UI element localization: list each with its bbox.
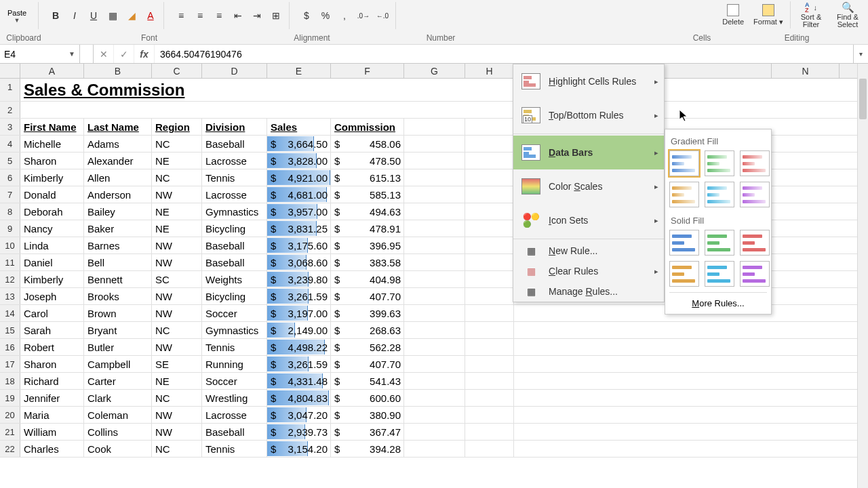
cell-sales[interactable]: $3,197.00 [267,305,331,321]
databar-solid-lightblue[interactable] [705,261,734,287]
cell-division[interactable]: Tennis [202,169,267,186]
databar-gradient-red[interactable] [740,150,770,176]
cell-commission[interactable]: $494.63 [331,203,404,220]
align-right-icon[interactable]: ≡ [212,8,226,23]
cell-first-name[interactable]: Deborah [20,203,84,220]
vertical-scrollbar[interactable] [857,64,868,488]
cell-first-name[interactable]: Daniel [20,254,84,270]
menu-data-bars[interactable]: Data Bars ▸ [513,136,664,169]
databar-gradient-green[interactable] [705,150,734,176]
cell-region[interactable]: SE [152,356,202,372]
align-left-icon[interactable]: ≡ [174,8,189,23]
cell-division[interactable]: Tennis [202,339,267,355]
sort-filter-button[interactable]: A Z ↓ Sort & Filter [795,0,827,30]
cell-division[interactable]: Weights [202,271,267,287]
cell-division[interactable]: Gymnastics [202,203,267,220]
cell-sales[interactable]: $3,957.00 [267,203,331,220]
cell-commission[interactable]: $404.98 [331,271,404,287]
cell-first-name[interactable]: Richard [20,373,84,389]
cell-region[interactable]: NW [152,339,202,355]
cell-region[interactable]: NC [152,441,202,457]
cell-division[interactable]: Baseball [202,237,267,253]
menu-manage-rules[interactable]: ▦ Manage Rules... [513,281,664,302]
merge-icon[interactable]: ⊞ [269,8,283,23]
currency-icon[interactable]: $ [299,8,314,23]
cell-division[interactable]: Bicycling [202,288,267,304]
underline-icon[interactable]: U [86,8,101,23]
col-header[interactable]: N [772,64,840,78]
cell-last-name[interactable]: Clark [84,390,152,406]
cell-region[interactable]: SC [152,271,202,287]
cell-first-name[interactable]: Kimberly [20,271,84,287]
decimal-increase-icon[interactable]: .0→ [356,8,371,23]
databar-gradient-purple[interactable] [740,182,770,207]
menu-icon-sets[interactable]: 🔴🟡🟢 Icon Sets ▸ [513,203,664,237]
format-button[interactable]: Format ▾ [751,3,786,28]
cell-first-name[interactable]: Sarah [20,322,84,338]
delete-button[interactable]: Delete [719,3,747,27]
cell-sales[interactable]: $3,068.60 [267,254,331,270]
col-header[interactable]: F [331,64,404,78]
row-header[interactable]: 7 [0,186,20,203]
cell-region[interactable]: NW [152,237,202,253]
cell-first-name[interactable]: Jennifer [20,390,84,406]
cell-commission[interactable]: $478.50 [331,152,404,169]
cell-last-name[interactable]: Bailey [84,203,152,220]
indent-increase-icon[interactable]: ⇥ [250,8,264,23]
cell-last-name[interactable]: Bennett [84,271,152,287]
cell-commission[interactable]: $396.95 [331,237,404,253]
border-icon[interactable]: ▦ [105,8,120,23]
cell-division[interactable]: Running [202,356,267,372]
databar-solid-red[interactable] [740,230,770,256]
row-header[interactable]: 20 [0,407,20,423]
cell-sales[interactable]: $4,498.22 [267,339,331,355]
cell-commission[interactable]: $541.43 [331,373,404,389]
cell-sales[interactable]: $4,921.00 [267,169,331,186]
cell-first-name[interactable]: Charles [20,441,84,457]
cell-last-name[interactable]: Brown [84,305,152,321]
cancel-icon[interactable]: ✕ [94,45,114,63]
row-header[interactable]: 11 [0,254,20,270]
cell-commission[interactable]: $478.91 [331,220,404,237]
databar-solid-green[interactable] [705,230,734,256]
paste-button[interactable]: Paste ▼ [0,7,34,24]
cell-last-name[interactable]: Collins [84,424,152,440]
cell-sales[interactable]: $3,154.20 [267,441,331,457]
indent-decrease-icon[interactable]: ⇤ [231,8,245,23]
cell-first-name[interactable]: Maria [20,407,84,423]
decimal-decrease-icon[interactable]: ←.0 [375,8,390,23]
cell-commission[interactable]: $407.70 [331,288,404,304]
cell-sales[interactable]: $4,681.00 [267,186,331,203]
row-header[interactable]: 4 [0,136,20,152]
enter-icon[interactable]: ✓ [114,45,134,63]
cell-last-name[interactable]: Baker [84,220,152,237]
cell-sales[interactable]: $4,804.83 [267,390,331,406]
cell-region[interactable]: NE [152,220,202,237]
col-header[interactable]: B [84,64,152,78]
cell-last-name[interactable]: Butler [84,339,152,355]
cell-commission[interactable]: $380.90 [331,407,404,423]
cell-last-name[interactable]: Carter [84,373,152,389]
cell-first-name[interactable]: Nancy [20,220,84,237]
cell-last-name[interactable]: Bryant [84,322,152,338]
cell-commission[interactable]: $458.06 [331,136,404,152]
row-header[interactable]: 14 [0,305,20,321]
row-header[interactable]: 18 [0,373,20,389]
cell-first-name[interactable]: Sharon [20,356,84,372]
cell-division[interactable]: Bicycling [202,220,267,237]
row-header[interactable]: 17 [0,356,20,372]
cell-division[interactable]: Lacrosse [202,152,267,169]
cell-last-name[interactable]: Adams [84,136,152,152]
cell-first-name[interactable]: Carol [20,305,84,321]
cell-commission[interactable]: $407.70 [331,356,404,372]
select-all-corner[interactable] [0,64,20,78]
cell-region[interactable]: NW [152,305,202,321]
cell-last-name[interactable]: Cook [84,441,152,457]
cell-division[interactable]: Soccer [202,305,267,321]
cell-last-name[interactable]: Allen [84,169,152,186]
cell-division[interactable]: Baseball [202,136,267,152]
row-header[interactable]: 13 [0,288,20,304]
row-header[interactable]: 21 [0,424,20,440]
cell-first-name[interactable]: Donald [20,186,84,203]
cell-division[interactable]: Lacrosse [202,407,267,423]
